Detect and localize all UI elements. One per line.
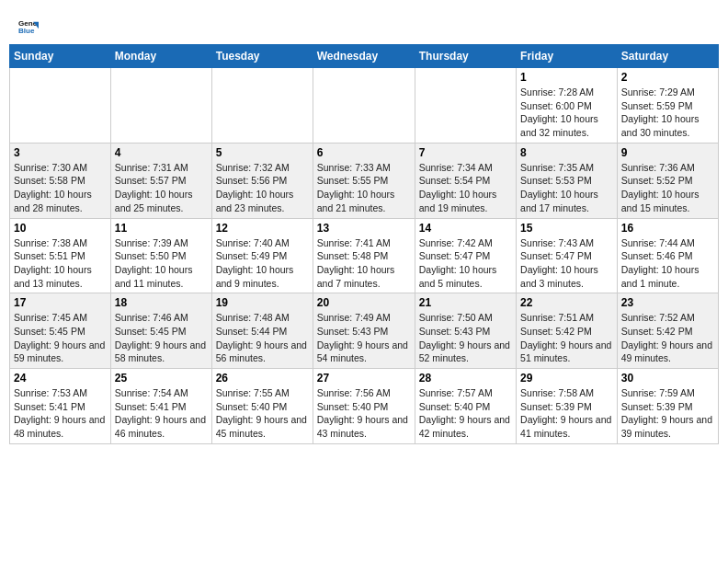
weekday-header: Sunday: [10, 45, 111, 68]
weekday-header: Monday: [110, 45, 211, 68]
day-number: 18: [115, 296, 208, 309]
day-info: Sunrise: 7:29 AMSunset: 5:59 PMDaylight:…: [621, 86, 714, 140]
day-info: Sunrise: 7:32 AMSunset: 5:56 PMDaylight:…: [216, 161, 309, 215]
day-info: Sunrise: 7:41 AMSunset: 5:48 PMDaylight:…: [317, 236, 411, 291]
day-number: 6: [317, 146, 411, 159]
weekday-header: Friday: [517, 45, 618, 68]
day-number: 7: [419, 146, 512, 159]
logo: General Blue: [18, 17, 42, 37]
calendar-cell: 6Sunrise: 7:33 AMSunset: 5:55 PMDaylight…: [313, 143, 415, 218]
svg-text:Blue: Blue: [18, 27, 35, 35]
day-info: Sunrise: 7:34 AMSunset: 5:54 PMDaylight:…: [419, 161, 512, 215]
calendar-cell: 14Sunrise: 7:42 AMSunset: 5:47 PMDayligh…: [415, 218, 516, 293]
calendar-cell: 22Sunrise: 7:51 AMSunset: 5:42 PMDayligh…: [517, 293, 618, 369]
day-number: 17: [14, 296, 107, 309]
calendar-week-row: 1Sunrise: 7:28 AMSunset: 6:00 PMDaylight…: [10, 68, 719, 144]
day-info: Sunrise: 7:55 AMSunset: 5:40 PMDaylight:…: [216, 386, 309, 441]
day-info: Sunrise: 7:31 AMSunset: 5:57 PMDaylight:…: [115, 161, 208, 215]
day-number: 5: [216, 146, 309, 159]
day-number: 19: [216, 296, 309, 309]
logo-icon: General Blue: [18, 17, 39, 37]
calendar-cell: 11Sunrise: 7:39 AMSunset: 5:50 PMDayligh…: [110, 218, 211, 293]
header-row: SundayMondayTuesdayWednesdayThursdayFrid…: [10, 45, 719, 68]
day-info: Sunrise: 7:45 AMSunset: 5:45 PMDaylight:…: [14, 311, 107, 365]
day-info: Sunrise: 7:36 AMSunset: 5:52 PMDaylight:…: [621, 161, 714, 215]
day-number: 13: [317, 222, 411, 235]
day-number: 1: [520, 71, 613, 84]
calendar-cell: 25Sunrise: 7:54 AMSunset: 5:41 PMDayligh…: [110, 369, 211, 444]
calendar-cell: [211, 68, 313, 144]
day-number: 29: [520, 372, 613, 385]
calendar-cell: 17Sunrise: 7:45 AMSunset: 5:45 PMDayligh…: [10, 293, 111, 369]
day-info: Sunrise: 7:38 AMSunset: 5:51 PMDaylight:…: [14, 236, 107, 291]
calendar-cell: 19Sunrise: 7:48 AMSunset: 5:44 PMDayligh…: [211, 293, 313, 369]
calendar-cell: 30Sunrise: 7:59 AMSunset: 5:39 PMDayligh…: [617, 369, 718, 444]
calendar-cell: 4Sunrise: 7:31 AMSunset: 5:57 PMDaylight…: [110, 143, 211, 218]
day-number: 23: [621, 296, 714, 309]
day-info: Sunrise: 7:54 AMSunset: 5:41 PMDaylight:…: [115, 386, 208, 441]
day-info: Sunrise: 7:33 AMSunset: 5:55 PMDaylight:…: [317, 161, 411, 215]
day-number: 28: [419, 372, 512, 385]
calendar-cell: 2Sunrise: 7:29 AMSunset: 5:59 PMDaylight…: [617, 68, 718, 144]
calendar-cell: 29Sunrise: 7:58 AMSunset: 5:39 PMDayligh…: [517, 369, 618, 444]
calendar-cell: 1Sunrise: 7:28 AMSunset: 6:00 PMDaylight…: [517, 68, 618, 144]
day-number: 4: [115, 146, 208, 159]
day-number: 21: [419, 296, 512, 309]
calendar-cell: 23Sunrise: 7:52 AMSunset: 5:42 PMDayligh…: [617, 293, 718, 369]
day-number: 11: [115, 222, 208, 235]
calendar-cell: [415, 68, 516, 144]
day-info: Sunrise: 7:44 AMSunset: 5:46 PMDaylight:…: [621, 236, 714, 291]
calendar-table: SundayMondayTuesdayWednesdayThursdayFrid…: [9, 44, 719, 444]
day-info: Sunrise: 7:58 AMSunset: 5:39 PMDaylight:…: [520, 386, 613, 441]
calendar-cell: 16Sunrise: 7:44 AMSunset: 5:46 PMDayligh…: [617, 218, 718, 293]
day-info: Sunrise: 7:56 AMSunset: 5:40 PMDaylight:…: [317, 386, 411, 441]
calendar-cell: 12Sunrise: 7:40 AMSunset: 5:49 PMDayligh…: [211, 218, 313, 293]
day-info: Sunrise: 7:35 AMSunset: 5:53 PMDaylight:…: [520, 161, 613, 215]
day-info: Sunrise: 7:43 AMSunset: 5:47 PMDaylight:…: [520, 236, 613, 291]
calendar-cell: 20Sunrise: 7:49 AMSunset: 5:43 PMDayligh…: [313, 293, 415, 369]
calendar-week-row: 3Sunrise: 7:30 AMSunset: 5:58 PMDaylight…: [10, 143, 719, 218]
day-number: 8: [520, 146, 613, 159]
day-info: Sunrise: 7:49 AMSunset: 5:43 PMDaylight:…: [317, 311, 411, 365]
day-info: Sunrise: 7:57 AMSunset: 5:40 PMDaylight:…: [419, 386, 512, 441]
day-number: 12: [216, 222, 309, 235]
day-info: Sunrise: 7:46 AMSunset: 5:45 PMDaylight:…: [115, 311, 208, 365]
calendar-cell: [110, 68, 211, 144]
calendar-cell: [10, 68, 111, 144]
calendar-cell: 18Sunrise: 7:46 AMSunset: 5:45 PMDayligh…: [110, 293, 211, 369]
day-number: 30: [621, 372, 714, 385]
day-info: Sunrise: 7:59 AMSunset: 5:39 PMDaylight:…: [621, 386, 714, 441]
day-info: Sunrise: 7:28 AMSunset: 6:00 PMDaylight:…: [520, 86, 613, 140]
calendar-cell: 5Sunrise: 7:32 AMSunset: 5:56 PMDaylight…: [211, 143, 313, 218]
day-number: 27: [317, 372, 411, 385]
calendar-cell: 26Sunrise: 7:55 AMSunset: 5:40 PMDayligh…: [211, 369, 313, 444]
calendar-cell: [313, 68, 415, 144]
weekday-header: Saturday: [617, 45, 718, 68]
day-number: 22: [520, 296, 613, 309]
day-info: Sunrise: 7:39 AMSunset: 5:50 PMDaylight:…: [115, 236, 208, 291]
day-info: Sunrise: 7:40 AMSunset: 5:49 PMDaylight:…: [216, 236, 309, 291]
calendar-cell: 24Sunrise: 7:53 AMSunset: 5:41 PMDayligh…: [10, 369, 111, 444]
calendar-cell: 3Sunrise: 7:30 AMSunset: 5:58 PMDaylight…: [10, 143, 111, 218]
calendar-cell: 27Sunrise: 7:56 AMSunset: 5:40 PMDayligh…: [313, 369, 415, 444]
calendar-week-row: 10Sunrise: 7:38 AMSunset: 5:51 PMDayligh…: [10, 218, 719, 293]
calendar-cell: 21Sunrise: 7:50 AMSunset: 5:43 PMDayligh…: [415, 293, 516, 369]
day-number: 16: [621, 222, 714, 235]
day-number: 14: [419, 222, 512, 235]
calendar-cell: 10Sunrise: 7:38 AMSunset: 5:51 PMDayligh…: [10, 218, 111, 293]
calendar-cell: 9Sunrise: 7:36 AMSunset: 5:52 PMDaylight…: [617, 143, 718, 218]
day-number: 20: [317, 296, 411, 309]
weekday-header: Thursday: [415, 45, 516, 68]
day-info: Sunrise: 7:30 AMSunset: 5:58 PMDaylight:…: [14, 161, 107, 215]
day-info: Sunrise: 7:48 AMSunset: 5:44 PMDaylight:…: [216, 311, 309, 365]
day-info: Sunrise: 7:52 AMSunset: 5:42 PMDaylight:…: [621, 311, 714, 365]
day-info: Sunrise: 7:51 AMSunset: 5:42 PMDaylight:…: [520, 311, 613, 365]
page-header: General Blue: [9, 9, 719, 40]
calendar-week-row: 17Sunrise: 7:45 AMSunset: 5:45 PMDayligh…: [10, 293, 719, 369]
day-number: 3: [14, 146, 107, 159]
day-number: 15: [520, 222, 613, 235]
day-number: 10: [14, 222, 107, 235]
calendar-cell: 15Sunrise: 7:43 AMSunset: 5:47 PMDayligh…: [517, 218, 618, 293]
day-info: Sunrise: 7:50 AMSunset: 5:43 PMDaylight:…: [419, 311, 512, 365]
day-info: Sunrise: 7:42 AMSunset: 5:47 PMDaylight:…: [419, 236, 512, 291]
